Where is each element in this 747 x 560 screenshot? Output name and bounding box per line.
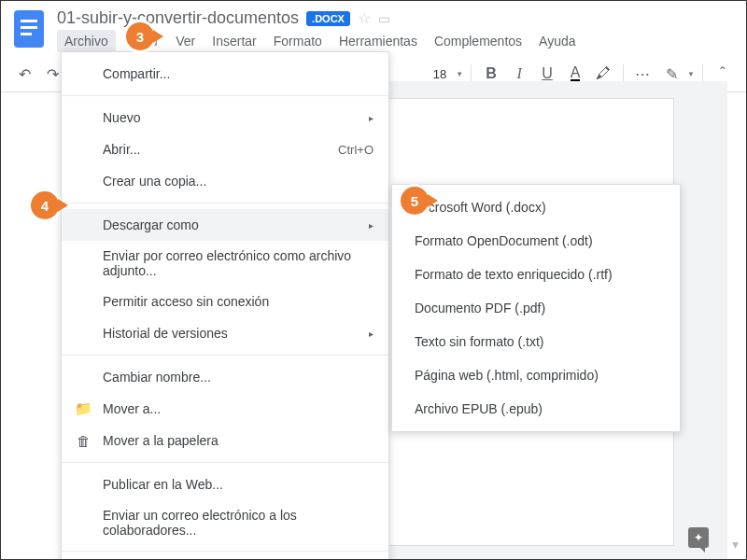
star-icon[interactable]: ☆ (358, 9, 371, 27)
folder-move-icon[interactable]: ▭ (378, 11, 390, 26)
menu-shortcut: Ctrl+O (338, 143, 374, 157)
menu-label: Historial de versiones (103, 326, 228, 341)
menu-label: Crear una copia... (103, 174, 206, 189)
download-html[interactable]: Página web (.html, comprimido) (392, 358, 680, 392)
menu-label: Nuevo (103, 110, 140, 125)
document-title[interactable]: 01-subir-y-convertir-documentos (57, 8, 299, 28)
menu-complementos[interactable]: Complementos (427, 30, 529, 52)
submenu-arrow-icon: ▸ (369, 220, 374, 231)
menu-nuevo[interactable]: Nuevo▸ (62, 102, 388, 133)
chevron-down-icon[interactable]: ▼ (687, 70, 695, 78)
menu-label: Cambiar nombre... (103, 370, 211, 385)
download-txt[interactable]: Texto sin formato (.txt) (392, 325, 680, 358)
menu-label: Enviar un correo electrónico a los colab… (103, 508, 374, 538)
menu-label: Enviar por correo electrónico como archi… (103, 248, 374, 278)
menu-mover[interactable]: 📁Mover a... (62, 393, 388, 425)
docx-badge: .DOCX (306, 11, 350, 26)
download-rtf[interactable]: Formato de texto enriquecido (.rtf) (392, 258, 680, 291)
menu-insertar[interactable]: Insertar (204, 30, 263, 52)
menu-divider (62, 355, 388, 356)
menu-label: Mover a la papelera (103, 433, 218, 448)
toolbar-separator (702, 64, 703, 83)
toolbar-separator (471, 64, 472, 83)
menu-historial-versiones[interactable]: Historial de versiones▸ (62, 317, 388, 349)
menu-renombrar[interactable]: Cambiar nombre... (62, 361, 388, 393)
menu-label: Abrir... (103, 142, 140, 157)
menu-archivo[interactable]: Archivo (57, 30, 116, 52)
font-size-value[interactable]: 18 (428, 67, 452, 81)
callout-5: 5 (401, 187, 429, 215)
download-epub[interactable]: Archivo EPUB (.epub) (392, 392, 680, 426)
undo-icon[interactable]: ↶ (12, 62, 36, 86)
svg-rect-1 (21, 20, 37, 22)
header: 01-subir-y-convertir-documentos .DOCX ☆ … (1, 1, 746, 52)
trash-icon: 🗑 (75, 433, 92, 449)
submenu-arrow-icon: ▸ (369, 329, 374, 339)
menu-divider (62, 203, 388, 203)
menu-papelera[interactable]: 🗑Mover a la papelera (62, 425, 388, 456)
menu-enviar-adjunto[interactable]: Enviar por correo electrónico como archi… (62, 241, 388, 286)
menu-descargar-como[interactable]: Descargar como▸ (62, 209, 388, 241)
file-menu-dropdown: Compartir... Nuevo▸ Abrir...Ctrl+O Crear… (61, 51, 389, 560)
menu-ayuda[interactable]: Ayuda (531, 30, 583, 52)
download-as-submenu: Microsoft Word (.docx) Formato OpenDocum… (391, 184, 681, 432)
title-row: 01-subir-y-convertir-documentos .DOCX ☆ … (57, 8, 735, 28)
menu-crear-copia[interactable]: Crear una copia... (62, 165, 388, 197)
explore-icon[interactable]: ✦ (688, 527, 709, 548)
docs-app-icon[interactable] (12, 8, 46, 49)
menu-formato[interactable]: Formato (266, 30, 330, 52)
scroll-down-icon[interactable]: ▾ (732, 537, 739, 552)
download-odt[interactable]: Formato OpenDocument (.odt) (392, 224, 680, 258)
toolbar-separator (623, 64, 624, 83)
menu-abrir[interactable]: Abrir...Ctrl+O (62, 133, 388, 165)
menu-label: Descargar como (103, 217, 199, 232)
menu-compartir[interactable]: Compartir... (62, 58, 388, 90)
menu-divider (62, 462, 388, 463)
menu-ver[interactable]: Ver (168, 30, 203, 52)
svg-rect-2 (21, 26, 37, 29)
callout-4: 4 (31, 191, 59, 219)
download-pdf[interactable]: Documento PDF (.pdf) (392, 291, 680, 325)
menu-divider (62, 551, 388, 552)
menu-divider (62, 95, 388, 96)
svg-rect-3 (21, 33, 32, 35)
menu-sin-conexion[interactable]: Permitir acceso sin conexión (62, 286, 388, 317)
menu-label: Publicar en la Web... (103, 477, 223, 492)
folder-icon: 📁 (75, 400, 92, 417)
submenu-arrow-icon: ▸ (369, 113, 374, 123)
menu-label: Permitir acceso sin conexión (103, 294, 269, 309)
callout-3: 3 (126, 22, 154, 50)
menu-herramientas[interactable]: Herramientas (331, 30, 425, 52)
menu-publicar-web[interactable]: Publicar en la Web... (62, 469, 388, 500)
menu-enviar-colaboradores[interactable]: Enviar un correo electrónico a los colab… (62, 500, 388, 545)
menu-label: Compartir... (103, 66, 170, 81)
chevron-down-icon[interactable]: ▼ (456, 70, 463, 78)
menu-label: Mover a... (103, 401, 161, 416)
